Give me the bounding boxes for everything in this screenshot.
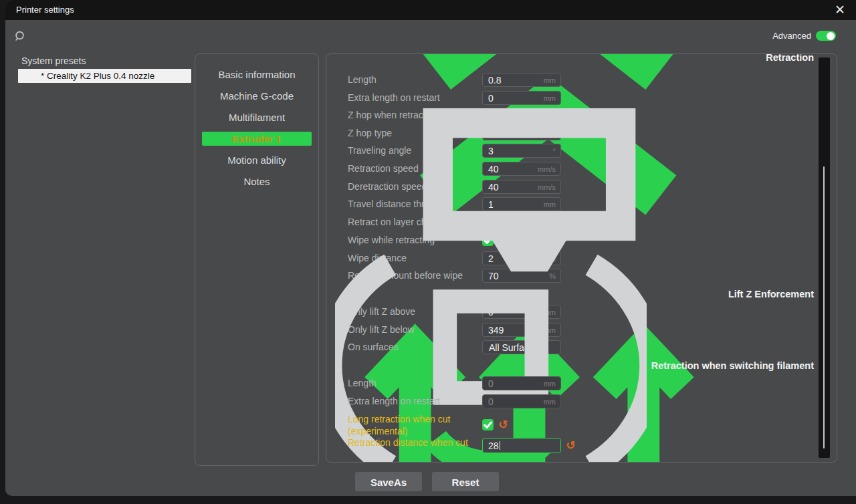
settings-nav-panel: Basic informationMachine G-codeMultifila… <box>195 53 319 466</box>
setting-control: 0mm <box>482 394 561 408</box>
input-unit: mm <box>544 76 560 84</box>
section-title: Retraction <box>766 53 814 63</box>
toggle-knob <box>827 32 835 40</box>
setting-label: Long retraction when cut (experimental) <box>348 412 481 437</box>
undo-icon[interactable]: ↺ <box>498 419 509 430</box>
advanced-label: Advanced <box>772 31 811 41</box>
settings-row: Extra length on restart0mm <box>348 394 819 408</box>
setting-label: Length <box>348 73 481 86</box>
input-field[interactable]: 0mm <box>482 394 561 408</box>
input-unit: mm <box>544 398 560 406</box>
scrollbar[interactable] <box>819 57 830 458</box>
setting-control: 28↺ <box>482 438 576 453</box>
section-header: Retraction when switching filament <box>335 358 821 373</box>
input-value: 0 <box>483 378 494 389</box>
nav-item-extruder-1[interactable]: Extruder 1 <box>202 132 312 146</box>
input-field[interactable]: 28 <box>482 438 561 453</box>
save-as-button[interactable]: SaveAs <box>355 472 422 491</box>
checkbox-checked[interactable] <box>482 419 494 430</box>
advanced-toggle[interactable] <box>816 31 836 41</box>
preset-item-selected[interactable]: * Creality K2 Plus 0.4 nozzle <box>18 69 191 83</box>
system-presets-heading: System presets <box>21 55 86 66</box>
nav-item-multifilament[interactable]: Multifilament <box>195 110 318 124</box>
settings-row: Length0mm <box>348 376 819 390</box>
checkmark-icon <box>482 419 494 430</box>
input-unit: mm <box>544 380 560 388</box>
nav-item-basic-information[interactable]: Basic information <box>195 68 318 82</box>
input-field[interactable]: 0mm <box>482 376 561 390</box>
search-icon[interactable] <box>13 30 25 42</box>
input-value: 28 <box>483 440 499 451</box>
settings-row: Long retraction when cut (experimental)↺ <box>348 412 819 437</box>
input-value: 0 <box>483 396 494 407</box>
advanced-control: Advanced <box>772 31 836 41</box>
nav-item-notes[interactable]: Notes <box>195 174 318 188</box>
titlebar: Printer settings ✕ <box>5 0 856 20</box>
setting-label: Length <box>348 376 481 390</box>
close-icon[interactable]: ✕ <box>832 2 848 18</box>
setting-label: Retraction distance when cut <box>348 436 481 449</box>
setting-control: 0.8mm <box>482 73 561 87</box>
setting-label: Extra length on restart <box>348 394 481 408</box>
window-title: Printer settings <box>16 0 74 20</box>
reset-button[interactable]: Reset <box>432 472 499 491</box>
section-title: Lift Z Enforcement <box>728 289 814 299</box>
setting-control: 0mm <box>482 376 561 390</box>
nav-item-machine-g-code[interactable]: Machine G-code <box>195 89 318 103</box>
section-header: Retraction <box>335 53 821 65</box>
settings-content-panel: RetractionLength0.8mmExtra length on res… <box>326 53 837 463</box>
nav-item-motion-ability[interactable]: Motion ability <box>195 153 318 167</box>
section-title: Retraction when switching filament <box>651 360 814 371</box>
settings-row: Length0.8mm <box>348 73 819 86</box>
input-value: 0.8 <box>483 75 501 86</box>
printer-settings-dialog: Printer settings ✕ Advanced System prese… <box>5 0 856 496</box>
undo-icon[interactable]: ↺ <box>565 440 576 451</box>
scrollbar-thumb[interactable] <box>823 166 825 449</box>
settings-row: Retraction distance when cut28↺ <box>348 436 819 449</box>
setting-control: ↺ <box>482 418 509 432</box>
input-field[interactable]: 0.8mm <box>482 73 561 87</box>
text-caret <box>500 441 500 450</box>
